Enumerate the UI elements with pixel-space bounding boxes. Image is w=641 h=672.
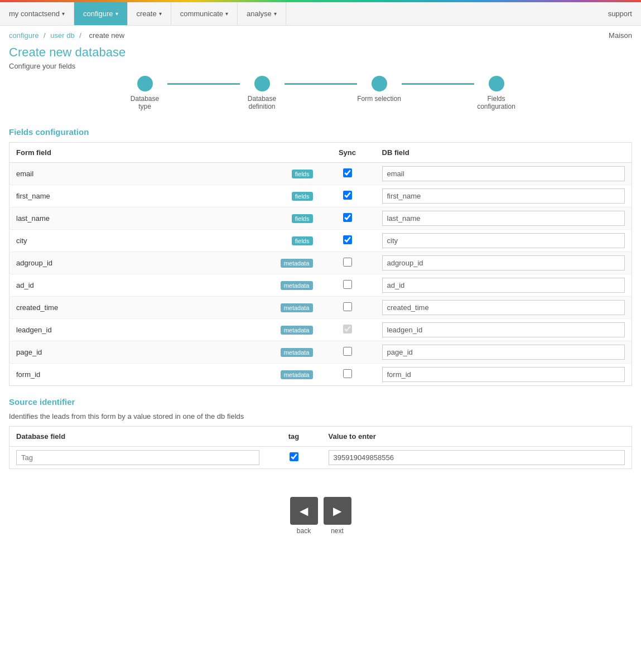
db-field-cell-page_id: [375, 341, 632, 364]
sync-checkbox-leadgen_id[interactable]: [343, 325, 352, 333]
nav-analyse-caret: ▾: [274, 11, 277, 17]
db-field-input-city[interactable]: [382, 233, 625, 248]
next-arrow-icon: ▶: [333, 504, 341, 518]
source-col-value: Value to enter: [322, 427, 632, 447]
connector-3: [402, 83, 474, 85]
field-name-city: city: [16, 236, 27, 245]
next-label: next: [331, 527, 344, 535]
sync-checkbox-ad_id[interactable]: [343, 280, 352, 289]
db-field-cell-last_name: [375, 207, 632, 230]
field-name-email: email: [16, 170, 33, 178]
source-value-input[interactable]: [329, 450, 625, 465]
sync-checkbox-city[interactable]: [343, 235, 352, 244]
back-label: back: [297, 527, 311, 535]
source-identifier-title: Source identifier: [9, 397, 632, 407]
db-field-input-first_name[interactable]: [382, 188, 625, 204]
form-field-cell-page_id: page_id metadata: [9, 341, 320, 364]
breadcrumb-configure[interactable]: configure: [9, 31, 38, 40]
db-field-cell-ad_id: [375, 274, 632, 297]
step-3-label: Form selection: [357, 95, 402, 103]
breadcrumb-current: create new: [89, 31, 125, 40]
sync-cell-leadgen_id: [320, 319, 375, 341]
source-table-header: Database field tag Value to enter: [9, 427, 632, 447]
field-name-first_name: first_name: [16, 192, 50, 200]
source-db-field-input[interactable]: [16, 450, 259, 465]
nav-create[interactable]: create ▾: [128, 2, 171, 25]
db-field-cell-adgroup_id: [375, 252, 632, 274]
breadcrumb-userdb[interactable]: user db: [50, 31, 74, 40]
field-name-adgroup_id: adgroup_id: [16, 259, 52, 267]
nav-configure-caret: ▾: [115, 11, 118, 17]
db-field-input-created_time[interactable]: [382, 300, 625, 315]
connector-1: [167, 83, 240, 85]
db-field-input-leadgen_id[interactable]: [382, 322, 625, 337]
form-field-cell-created_time: created_time metadata: [9, 297, 320, 319]
top-nav: my contactsend ▾ configure ▾ create ▾ co…: [0, 2, 641, 26]
form-field-cell-ad_id: ad_id metadata: [9, 274, 320, 297]
field-name-page_id: page_id: [16, 348, 42, 356]
source-tag-cell: [266, 447, 322, 469]
field-badge-created_time: metadata: [281, 303, 313, 312]
fields-config-title: Fields configuration: [9, 127, 632, 137]
sync-cell-form_id: [320, 364, 375, 386]
nav-communicate[interactable]: communicate ▾: [171, 2, 238, 25]
form-field-cell-city: city fields: [9, 230, 320, 252]
sync-checkbox-email[interactable]: [343, 168, 352, 177]
db-field-input-ad_id[interactable]: [382, 278, 625, 293]
db-field-input-adgroup_id[interactable]: [382, 255, 625, 270]
sync-checkbox-created_time[interactable]: [343, 302, 352, 311]
col-form-field: Form field: [9, 143, 320, 163]
source-identifier-section: Source identifier Identifies the leads f…: [9, 397, 632, 469]
nav-analyse[interactable]: analyse ▾: [238, 2, 286, 25]
table-row: created_time metadata: [9, 297, 632, 319]
next-button[interactable]: ▶: [324, 497, 351, 525]
sync-checkbox-adgroup_id[interactable]: [343, 258, 352, 267]
table-row: page_id metadata: [9, 341, 632, 364]
step-2-label: Databasedefinition: [240, 95, 285, 110]
table-row: adgroup_id metadata: [9, 252, 632, 274]
field-badge-email: fields: [292, 170, 313, 178]
sync-checkbox-form_id[interactable]: [343, 369, 352, 378]
sync-cell-page_id: [320, 341, 375, 364]
sync-checkbox-last_name[interactable]: [343, 213, 352, 222]
next-btn-group: ▶ next: [324, 497, 351, 535]
nav-buttons: ◀ back ▶ next: [0, 480, 641, 557]
fields-table: Form field Sync DB field email fields fi…: [9, 142, 632, 386]
table-row: leadgen_id metadata: [9, 319, 632, 341]
form-field-cell-leadgen_id: leadgen_id metadata: [9, 319, 320, 341]
breadcrumb: configure / user db / create new: [9, 31, 127, 40]
step-3: Form selection: [357, 76, 402, 103]
db-field-cell-first_name: [375, 185, 632, 207]
page-header: Create new database Configure your field…: [0, 45, 641, 70]
back-button[interactable]: ◀: [290, 497, 318, 525]
db-field-cell-city: [375, 230, 632, 252]
source-db-field-cell: [9, 447, 266, 469]
source-tag-checkbox[interactable]: [290, 452, 298, 461]
db-field-cell-leadgen_id: [375, 319, 632, 341]
col-sync: Sync: [320, 143, 375, 163]
back-btn-group: ◀ back: [290, 497, 318, 535]
db-field-input-form_id[interactable]: [382, 367, 625, 382]
db-field-input-last_name[interactable]: [382, 211, 625, 226]
db-field-input-page_id[interactable]: [382, 345, 625, 360]
db-field-input-email[interactable]: [382, 166, 625, 181]
nav-my-contactsend-caret: ▾: [62, 11, 65, 17]
table-row: last_name fields: [9, 207, 632, 230]
sync-checkbox-first_name[interactable]: [343, 191, 352, 200]
user-label: Maison: [609, 31, 632, 40]
field-badge-ad_id: metadata: [281, 281, 313, 290]
table-row: form_id metadata: [9, 364, 632, 386]
step-4-label: Fields configuration: [474, 95, 519, 110]
field-badge-form_id: metadata: [281, 370, 313, 379]
form-field-cell-last_name: last_name fields: [9, 207, 320, 230]
nav-my-contactsend[interactable]: my contactsend ▾: [0, 2, 74, 25]
sync-checkbox-page_id[interactable]: [343, 347, 352, 356]
table-row: email fields: [9, 163, 632, 185]
db-field-cell-created_time: [375, 297, 632, 319]
step-2: Databasedefinition: [240, 76, 285, 110]
source-table: Database field tag Value to enter: [9, 426, 632, 469]
sync-cell-email: [320, 163, 375, 185]
nav-communicate-caret: ▾: [225, 11, 228, 17]
nav-configure[interactable]: configure ▾: [74, 2, 127, 25]
form-field-cell-form_id: form_id metadata: [9, 364, 320, 386]
